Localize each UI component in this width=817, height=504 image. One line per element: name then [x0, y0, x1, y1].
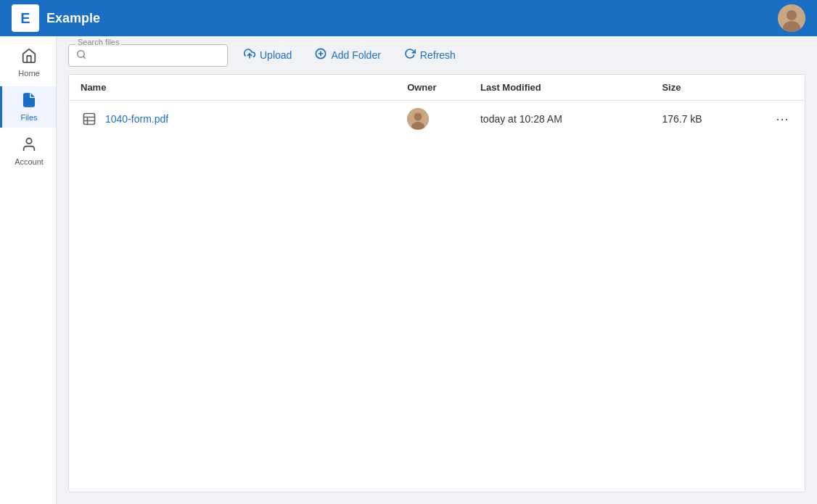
app-logo: E — [12, 4, 39, 32]
search-label: Search files — [75, 38, 121, 46]
sidebar-item-files[interactable]: Files — [0, 86, 56, 128]
refresh-button[interactable]: Refresh — [397, 44, 463, 67]
sidebar-files-label: Files — [20, 113, 37, 122]
account-icon — [21, 136, 37, 154]
svg-rect-10 — [84, 114, 95, 125]
file-actions-cell: ⋯ — [760, 101, 805, 138]
file-modified-cell: today at 10:28 AM — [469, 101, 650, 138]
file-type-icon — [81, 110, 98, 128]
refresh-icon — [404, 48, 416, 62]
svg-point-3 — [26, 139, 31, 144]
search-icon — [76, 49, 86, 62]
user-avatar[interactable] — [778, 4, 805, 32]
file-name-cell: 1040-form.pdf — [69, 101, 395, 138]
add-folder-icon — [315, 48, 327, 62]
file-table-container: Name Owner Last Modified Size — [68, 74, 805, 492]
more-options-button[interactable]: ⋯ — [771, 111, 793, 127]
app-header: E Example — [0, 0, 817, 36]
sidebar-item-home[interactable]: Home — [0, 42, 56, 83]
main-content: Search files — [57, 36, 817, 504]
upload-icon — [244, 48, 255, 62]
col-header-owner: Owner — [395, 75, 469, 101]
sidebar-account-label: Account — [15, 157, 44, 166]
col-header-size: Size — [650, 75, 760, 101]
search-box: Search files — [68, 44, 228, 67]
file-owner-cell — [395, 101, 469, 138]
svg-point-1 — [787, 10, 797, 20]
home-icon — [21, 48, 37, 66]
col-header-modified: Last Modified — [469, 75, 650, 101]
col-header-actions — [760, 75, 805, 101]
app-title: Example — [46, 11, 100, 26]
svg-line-5 — [83, 56, 86, 58]
col-header-name: Name — [69, 75, 395, 101]
table-header-row: Name Owner Last Modified Size — [69, 75, 805, 101]
owner-avatar — [407, 108, 429, 130]
search-input[interactable] — [91, 49, 220, 61]
file-size-cell: 176.7 kB — [650, 101, 760, 138]
svg-point-15 — [414, 113, 422, 121]
file-table: Name Owner Last Modified Size — [69, 75, 805, 137]
upload-button[interactable]: Upload — [237, 44, 299, 67]
files-icon — [21, 92, 37, 110]
table-row: 1040-form.pdf — [69, 101, 805, 138]
add-folder-button[interactable]: Add Folder — [308, 44, 387, 67]
sidebar-home-label: Home — [18, 69, 39, 78]
toolbar: Search files — [57, 36, 817, 74]
sidebar: Home Files Account — [0, 36, 57, 504]
file-name[interactable]: 1040-form.pdf — [105, 113, 168, 125]
sidebar-item-account[interactable]: Account — [0, 131, 56, 172]
